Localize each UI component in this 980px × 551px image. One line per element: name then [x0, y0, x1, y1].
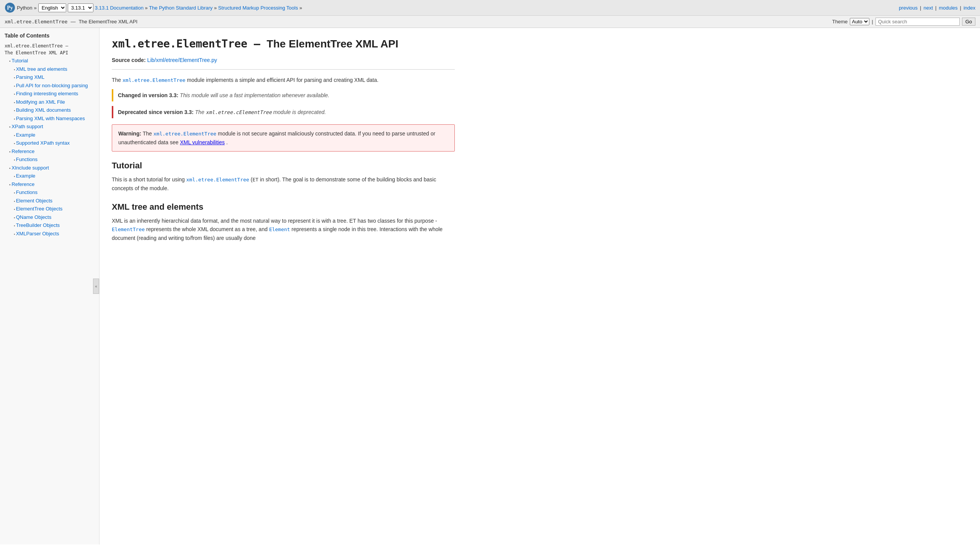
next-link[interactable]: next	[923, 5, 933, 11]
divider	[112, 69, 455, 70]
sidebar-collapse-button[interactable]: «	[93, 279, 99, 294]
version-select[interactable]: 3.13.1	[68, 3, 93, 12]
intro-text-1: The	[112, 77, 121, 83]
page-heading-text: The ElementTree XML API	[267, 38, 399, 50]
toc-item-xpath-syntax[interactable]: Supported XPath syntax	[14, 139, 99, 147]
top-navigation-bar: Py Python » English 3.13.1 3.13.1 Docume…	[0, 0, 980, 16]
warning-text-3: .	[226, 139, 228, 145]
toc-item-xmlparser-objects[interactable]: XMLParser Objects	[14, 230, 99, 238]
xml-tree-paragraph: XML is an inherently hierarchical data f…	[112, 217, 455, 243]
toc-item-building[interactable]: Building XML documents	[14, 106, 99, 114]
toc-item-parsing-xml[interactable]: Parsing XML	[14, 73, 99, 81]
source-code-link[interactable]: Lib/xml/etree/ElementTree.py	[147, 57, 217, 63]
secondary-nav-bar: xml.etree.ElementTree — The ElementTree …	[0, 16, 980, 28]
xml-tree-text-2: represents the whole XML document as a t…	[146, 226, 269, 232]
sidebar: Table of Contents xml.etree.ElementTree …	[0, 28, 100, 544]
index-link[interactable]: index	[964, 5, 975, 11]
toc-item-tutorial[interactable]: Tutorial	[9, 57, 99, 65]
page-heading-dash: —	[254, 37, 267, 50]
language-select[interactable]: English	[38, 3, 66, 12]
warning-box: Warning: The xml.etree.ElementTree modul…	[112, 124, 455, 152]
toc-item-xinclude[interactable]: XInclude support	[9, 164, 99, 172]
theme-label: Theme	[832, 19, 848, 24]
search-go-button[interactable]: Go	[962, 18, 975, 26]
toc-item-elementtree-objects[interactable]: ElementTree Objects	[14, 205, 99, 213]
page-heading-mono: xml.etree.ElementTree	[112, 37, 247, 50]
deprecated-version-box: Deprecated since version 3.3: The xml.et…	[112, 106, 455, 118]
changed-version-box: Changed in version 3.3: This module will…	[112, 89, 455, 101]
doc-link[interactable]: 3.13.1 Documentation	[95, 5, 144, 11]
smpt-link[interactable]: Structured Markup Processing Tools	[218, 5, 298, 11]
tutorial-text-1: This is a short tutorial for using	[112, 176, 185, 183]
svg-text:Py: Py	[7, 5, 13, 11]
python-logo-icon: Py	[5, 2, 15, 13]
et-code: ET	[252, 177, 258, 183]
tutorial-paragraph: This is a short tutorial for using xml.e…	[112, 175, 455, 192]
toc-item-qname-objects[interactable]: QName Objects	[14, 214, 99, 221]
toc-item-reference1[interactable]: Reference	[9, 148, 99, 155]
stdlib-link[interactable]: The Python Standard Library	[149, 5, 212, 11]
source-code-line: Source code: Lib/xml/etree/ElementTree.p…	[112, 57, 455, 63]
toc-heading: Table of Contents	[5, 33, 99, 39]
toc-item-functions2[interactable]: Functions	[14, 189, 99, 196]
toc-item-xpath[interactable]: XPath support	[9, 123, 99, 130]
breadcrumb: 3.13.1 Documentation » The Python Standa…	[95, 5, 302, 11]
intro-paragraph: The xml.etree.ElementTree module impleme…	[112, 76, 455, 85]
deprecated-module-code: xml.etree.cElementTree	[206, 109, 272, 115]
page-title-dash: —	[70, 19, 75, 24]
toc-item-xpath-example[interactable]: Example	[14, 131, 99, 139]
theme-section: Theme Auto Light Dark | Go	[832, 18, 975, 26]
warning-text-1: The	[143, 130, 154, 137]
elementtree-class-link[interactable]: ElementTree	[112, 227, 145, 232]
toc-item-xinclude-example[interactable]: Example	[14, 172, 99, 180]
page-title-mono: xml.etree.ElementTree	[5, 19, 67, 24]
element-class-link[interactable]: Element	[269, 227, 290, 232]
breadcrumb-sep1: »	[34, 5, 36, 11]
modules-link[interactable]: modules	[939, 5, 957, 11]
toc-item-treebuilder-objects[interactable]: TreeBuilder Objects	[14, 222, 99, 229]
toc-item-modifying[interactable]: Modifying an XML File	[14, 98, 99, 106]
page-subtitle: The ElementTree XML API	[78, 19, 137, 24]
xml-vulnerabilities-link[interactable]: XML vulnerabilities	[180, 139, 225, 145]
toc-current-entry: xml.etree.ElementTree — The ElementTree …	[5, 42, 99, 56]
toc-item-namespaces[interactable]: Parsing XML with Namespaces	[14, 115, 99, 122]
changed-version-prefix: Changed in version 3.3: This module will…	[118, 92, 329, 98]
toc-item-xml-tree[interactable]: XML tree and elements	[14, 65, 99, 73]
search-input[interactable]	[875, 18, 960, 26]
intro-text-2: module implements a simple and efficient…	[187, 77, 378, 83]
deprecated-text: Deprecated since version 3.3: The xml.et…	[118, 109, 326, 115]
toc-item-functions1[interactable]: Functions	[14, 156, 99, 163]
warning-module-link[interactable]: xml.etree.ElementTree	[154, 131, 216, 137]
toc-item-pull-api[interactable]: Pull API for non-blocking parsing	[14, 82, 99, 90]
toc-item-finding[interactable]: Finding interesting elements	[14, 90, 99, 98]
theme-select[interactable]: Auto Light Dark	[850, 18, 869, 25]
xml-tree-text: XML is an inherently hierarchical data f…	[112, 218, 437, 224]
source-code-label: Source code:	[112, 57, 146, 63]
intro-module-link[interactable]: xml.etree.ElementTree	[122, 77, 185, 83]
python-label: Python	[17, 5, 32, 11]
tutorial-heading: Tutorial	[112, 161, 455, 171]
main-content: xml.etree.ElementTree — The ElementTree …	[100, 28, 467, 544]
page-heading: xml.etree.ElementTree — The ElementTree …	[112, 37, 455, 51]
xml-tree-heading: XML tree and elements	[112, 202, 455, 212]
previous-link[interactable]: previous	[899, 5, 918, 11]
warning-label: Warning:	[118, 130, 141, 137]
toc-item-reference2[interactable]: Reference	[9, 181, 99, 188]
pipe-separator: |	[872, 19, 873, 24]
toc-item-element-objects[interactable]: Element Objects	[14, 197, 99, 205]
right-navigation: previous | next | modules | index	[899, 5, 975, 11]
tutorial-module-link[interactable]: xml.etree.ElementTree	[186, 177, 249, 183]
